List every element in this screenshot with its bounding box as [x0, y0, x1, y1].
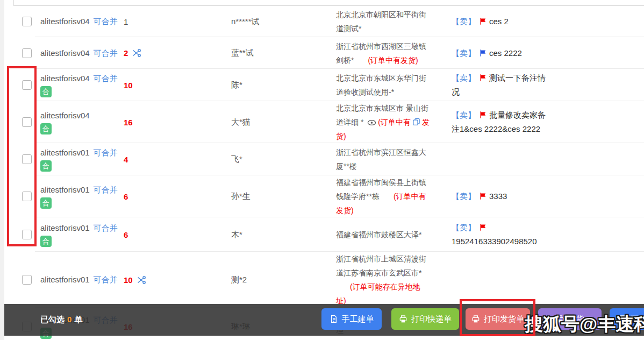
merged-badge: 合 [40, 197, 52, 209]
seller-note-text: 测试一下备注情 [489, 73, 546, 82]
toolbar-button-label: 打印快递单 [411, 314, 452, 324]
copy-icon[interactable] [412, 118, 420, 126]
store-name: alitestforisv01 [40, 275, 90, 284]
printer-icon [471, 315, 480, 323]
address-text: 浙江省杭州市上城区清波街道江苏省南京市玄武区市* [336, 254, 426, 277]
address-warning-text: (订单可能存在异地地址) [336, 282, 420, 305]
address: 北京北京市东城区东华门街道验收测试使用-* [336, 71, 430, 99]
row-checkbox[interactable] [22, 154, 32, 164]
store-name: alitestforisv01 [40, 148, 90, 157]
merge-link[interactable]: 可合并 [94, 223, 118, 232]
buyer-name: 孙*生 [231, 192, 251, 201]
address: 北京北京市朝阳区和平街街道测试* [336, 8, 430, 36]
address-gap [380, 199, 393, 199]
watermark: 搜狐号@丰速科技 [525, 312, 644, 337]
table-row: alitestforisv01可合并合6木*福建省福州市鼓楼区大泽*【卖】195… [4, 217, 644, 252]
order-count: 1 [124, 17, 128, 26]
seller-tag: 【卖】 [452, 48, 476, 58]
split-scissors-icon[interactable] [137, 275, 146, 285]
print-express-button[interactable]: 打印快递单 [391, 308, 459, 330]
seller-note-text: ces 2 [489, 17, 509, 26]
flag-icon [479, 192, 487, 200]
merged-badge: 合 [40, 86, 52, 97]
seller-tag: 【卖】 [452, 192, 476, 201]
merge-link[interactable]: 可合并 [94, 275, 118, 284]
toolbar-button-label: 手工建单 [342, 314, 374, 324]
seller-tag: 【卖】 [452, 110, 476, 119]
selected-prefix: 已勾选 [40, 315, 65, 324]
address-gap [336, 289, 350, 289]
seller-note: 【卖】3333 [452, 189, 607, 203]
flag-icon [479, 223, 487, 231]
flag-icon [479, 111, 487, 119]
merge-link[interactable]: 可合并 [94, 148, 118, 157]
flag-icon [479, 17, 487, 25]
store-name: alitestforisv04 [40, 17, 90, 26]
address-text: 北京北京市东城区东华门街道验收测试使用-* [336, 74, 426, 96]
table-top-border [4, 0, 644, 6]
address: 福建省福州市鼓楼区大泽* [336, 228, 430, 242]
document-icon [330, 315, 338, 323]
row-checkbox[interactable] [22, 80, 32, 90]
buyer-name: 陈* [231, 80, 242, 89]
seller-note: 【卖】ces 2222 [452, 46, 607, 60]
merge-link[interactable]: 可合并 [94, 17, 118, 26]
order-count: 10 [124, 81, 133, 90]
seller-note: 【卖】1952416333902498520 [452, 221, 607, 249]
merged-badge: 合 [40, 160, 52, 172]
buyer-name: 飞* [231, 154, 242, 164]
buyer-name: 木* [231, 230, 242, 239]
table-row: alitestforisv04合16大*猫北京北京市东城区市 景山街道详细 * … [4, 101, 644, 143]
merge-link[interactable]: 可合并 [94, 185, 118, 194]
address: 福建省福州市闽侯县上街镇钱隆学府**栋(订单中有发货) [336, 175, 430, 217]
merge-link[interactable]: 可合并 [94, 48, 118, 58]
row-checkbox[interactable] [22, 17, 32, 26]
seller-tag: 【卖】 [452, 223, 476, 232]
split-scissors-icon[interactable] [132, 48, 141, 58]
buyer-name: 蓝**试 [231, 48, 254, 57]
address: 浙江省杭州市滨江区恒鑫大厦**楼 [336, 145, 430, 173]
address: 浙江省杭州市西湖区三墩镇剑桥*(订单中有发货) [336, 39, 430, 67]
store-name: alitestforisv01 [40, 185, 90, 194]
order-count: 6 [124, 230, 128, 239]
row-checkbox[interactable] [22, 275, 32, 285]
table-row: alitestforisv04可合并1n*****试北京北京市朝阳区和平街街道测… [4, 6, 644, 37]
store-name: alitestforisv01 [40, 223, 90, 232]
seller-note: 【卖】测试一下备注情况 [452, 71, 607, 99]
row-checkbox[interactable] [22, 117, 32, 127]
store-name: alitestforisv04 [40, 111, 90, 120]
seller-note-text: 1952416333902498520 [452, 237, 537, 246]
row-checkbox[interactable] [22, 192, 32, 201]
row-checkbox[interactable] [22, 230, 32, 239]
address-warning-text: (订单中有发货) [368, 56, 418, 65]
order-count: 10 [124, 275, 133, 285]
order-count: 6 [124, 192, 128, 201]
merged-badge: 合 [40, 123, 52, 134]
orders-table: alitestforisv04可合并1n*****试北京北京市朝阳区和平街街道测… [4, 6, 644, 340]
buyer-name: 测*2 [231, 275, 247, 284]
selected-suffix: 单 [74, 315, 82, 324]
row-checkbox[interactable] [22, 48, 32, 58]
address: 浙江省杭州市上城区清波街道江苏省南京市玄武区市*(订单可能存在异地地址) [336, 252, 430, 308]
flag-icon [479, 74, 487, 82]
toolbar-button-label: 打印发货单 [484, 314, 524, 324]
address-gap [354, 62, 368, 63]
eye-icon[interactable] [367, 119, 376, 126]
seller-note: 【卖】ces 2 [452, 15, 607, 29]
manual-create-order-button[interactable]: 手工建单 [321, 308, 382, 330]
address-text: 北京北京市朝阳区和平街街道测试* [336, 10, 426, 33]
seller-tag: 【卖】 [452, 17, 476, 26]
print-delivery-button[interactable]: 打印发货单 [466, 308, 530, 330]
order-count: 2 [124, 48, 128, 58]
store-name: alitestforisv04 [40, 74, 90, 83]
table-row: alitestforisv04可合并合10陈*北京北京市东城区东华门街道验收测试… [4, 69, 644, 101]
seller-note-text: 批量修改卖家备 [489, 110, 546, 119]
seller-tag: 【卖】 [452, 73, 476, 82]
merge-link[interactable]: 可合并 [94, 74, 118, 83]
seller-note-text: ces 2222 [489, 48, 522, 58]
seller-note-text: 注1&ces 2222&ces 2222 [452, 124, 540, 133]
seller-note: 【卖】批量修改卖家备注1&ces 2222&ces 2222 [452, 108, 607, 136]
address-text: 福建省福州市鼓楼区大泽* [336, 230, 421, 239]
address: 北京北京市东城区市 景山街道详细 * (订单中有发货) [336, 101, 430, 143]
order-count: 4 [124, 155, 128, 164]
